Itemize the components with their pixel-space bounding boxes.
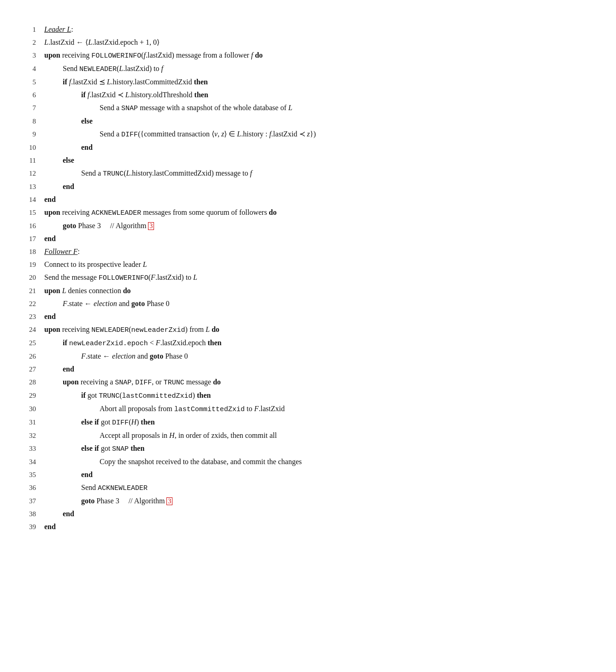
line-number: 2 [23,37,36,48]
line-number: 4 [23,63,36,74]
algorithm-line: 36Send ACKNEWLEADER [23,481,593,495]
line-number: 8 [23,116,36,127]
algorithm-line: 23end [23,310,593,323]
line-number: 13 [23,181,36,192]
line-number: 22 [23,298,36,309]
line-text: end [44,181,593,193]
algorithm-line: 3upon receiving FOLLOWERINFO(f.lastZxid)… [23,49,593,62]
line-number: 16 [23,220,36,231]
line-number: 18 [23,246,36,257]
line-number: 1 [23,24,36,35]
line-text: else [44,115,593,127]
line-number: 33 [23,443,36,454]
line-text: Copy the snapshot received to the databa… [44,456,593,468]
line-text: Send the message FOLLOWERINFO(F.lastZxid… [44,271,593,284]
algorithm-line: 10end [23,141,593,154]
line-number: 21 [23,285,36,296]
line-text: upon L denies connection do [44,285,593,297]
line-text: end [44,508,593,520]
line-number: 19 [23,259,36,270]
line-number: 36 [23,482,36,493]
algorithm-line: 20Send the message FOLLOWERINFO(F.lastZx… [23,271,593,284]
algorithm-line: 2L.lastZxid ← ⟨L.lastZxid.epoch + 1, 0⟩ [23,36,593,49]
line-text: Accept all proposals in H, in order of z… [44,430,593,442]
algorithm-line: 33else if got SNAP then [23,442,593,455]
algorithm-line: 30Abort all proposals from lastCommitted… [23,402,593,416]
line-text: if f.lastZxid ⪯ L.history.lastCommittedZ… [44,76,593,88]
algorithm-line: 37goto Phase 3 // Algorithm 3 [23,495,593,507]
algorithm-line: 38end [23,507,593,520]
line-text: else [44,154,593,166]
line-text: end [44,311,593,323]
line-text: Leader L: [44,24,593,35]
line-number: 25 [23,337,36,348]
algorithm-line: 39end [23,520,593,533]
line-number: 15 [23,207,36,218]
algorithm-line: 14end [23,193,593,206]
line-text: end [44,469,593,481]
line-number: 32 [23,430,36,441]
algorithm-line: 11else [23,154,593,167]
line-text: Send NEWLEADER(L.lastZxid) to f [44,63,593,75]
algorithm-line: 28upon receiving a SNAP, DIFF, or TRUNC … [23,376,593,389]
line-number: 9 [23,129,36,140]
algorithm-line: 13end [23,180,593,193]
algorithm-line: 27end [23,363,593,376]
algorithm-line: 17end [23,232,593,245]
line-number: 35 [23,469,36,480]
line-text: else if got DIFF(H) then [44,416,593,429]
line-number: 31 [23,417,36,428]
line-number: 30 [23,403,36,414]
algorithm-line: 29if got TRUNC(lastCommittedZxid) then [23,389,593,402]
algorithm-line: 9Send a DIFF({committed transaction ⟨v, … [23,128,593,141]
line-text: Connect to its prospective leader L [44,259,593,271]
line-text: F.state ← election and goto Phase 0 [44,298,593,310]
algorithm-line: 35end [23,468,593,481]
line-text: L.lastZxid ← ⟨L.lastZxid.epoch + 1, 0⟩ [44,36,593,48]
algorithm-line: 15upon receiving ACKNEWLEADER messages f… [23,206,593,219]
algorithm-line: 19Connect to its prospective leader L [23,258,593,271]
line-text: upon receiving ACKNEWLEADER messages fro… [44,206,593,219]
line-number: 29 [23,390,36,401]
line-text: Send a DIFF({committed transaction ⟨v, z… [44,128,593,141]
line-text: Follower F: [44,246,593,258]
line-text: else if got SNAP then [44,442,593,455]
algorithm-line: 8else [23,115,593,128]
line-text: F.state ← election and goto Phase 0 [44,350,593,362]
line-number: 34 [23,456,36,467]
line-number: 39 [23,521,36,532]
algorithm-line: 18Follower F: [23,245,593,258]
line-number: 27 [23,364,36,375]
algorithm-line: 12Send a TRUNC(L.history.lastCommittedZx… [23,167,593,180]
line-text: Send ACKNEWLEADER [44,482,593,494]
line-number: 14 [23,194,36,205]
algorithm-line: 34Copy the snapshot received to the data… [23,455,593,468]
line-text: upon receiving a SNAP, DIFF, or TRUNC me… [44,376,593,389]
algorithm-line: 25if newLeaderZxid.epoch < F.lastZxid.ep… [23,336,593,350]
algorithm-line: 31else if got DIFF(H) then [23,416,593,429]
algorithm-line: 6if f.lastZxid ≺ L.history.oldThreshold … [23,88,593,101]
algorithm-line: 32Accept all proposals in H, in order of… [23,429,593,442]
algorithm-line: 22F.state ← election and goto Phase 0 [23,297,593,310]
line-text: end [44,194,593,206]
line-text: end [44,141,593,153]
line-text: upon receiving NEWLEADER(newLeaderZxid) … [44,324,593,336]
algorithm-line: 5if f.lastZxid ⪯ L.history.lastCommitted… [23,76,593,88]
line-text: if newLeaderZxid.epoch < F.lastZxid.epoc… [44,337,593,349]
line-number: 5 [23,77,36,88]
line-number: 24 [23,324,36,335]
algorithm-line: 21upon L denies connection do [23,284,593,297]
line-number: 20 [23,272,36,283]
algorithm-line: 1Leader L: [23,23,593,36]
line-number: 17 [23,233,36,244]
line-text: Send a TRUNC(L.history.lastCommittedZxid… [44,167,593,180]
line-number: 10 [23,142,36,153]
line-text: upon receiving FOLLOWERINFO(f.lastZxid) … [44,49,593,62]
line-text: Abort all proposals from lastCommittedZx… [44,403,593,415]
algorithm-block: 1Leader L:2L.lastZxid ← ⟨L.lastZxid.epoc… [23,18,593,538]
line-number: 3 [23,50,36,61]
line-number: 23 [23,311,36,322]
line-number: 7 [23,102,36,113]
line-number: 6 [23,89,36,100]
algorithm-line: 16goto Phase 3 // Algorithm 3 [23,219,593,232]
